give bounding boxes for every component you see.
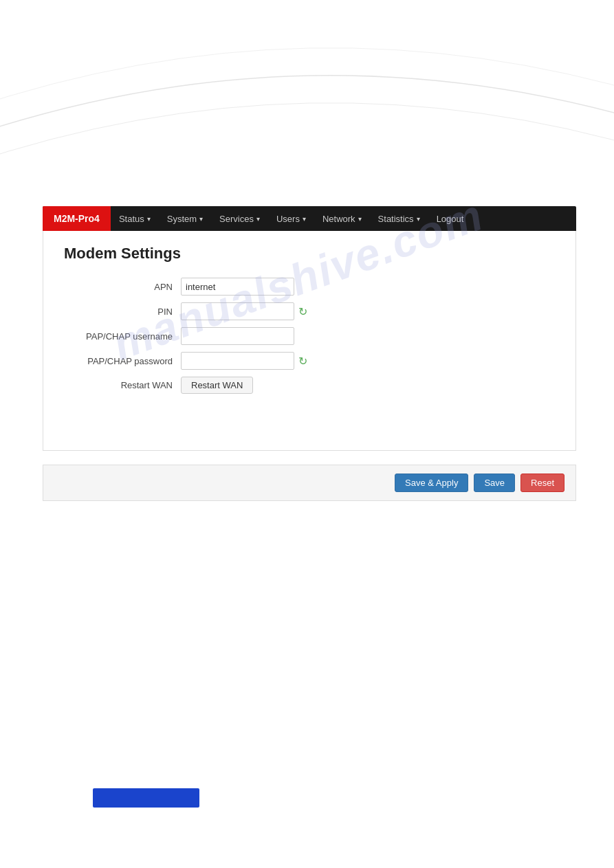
nav-items: Status ▾ System ▾ Services ▾ Users ▾ Net… bbox=[111, 206, 472, 231]
blue-decoration bbox=[93, 788, 199, 808]
chevron-down-icon: ▾ bbox=[417, 215, 420, 223]
apn-label: APN bbox=[64, 282, 181, 292]
nav-item-status[interactable]: Status ▾ bbox=[111, 206, 159, 231]
pap-chap-username-label: PAP/CHAP username bbox=[64, 331, 181, 342]
chevron-down-icon: ▾ bbox=[303, 215, 306, 223]
pap-chap-username-input[interactable] bbox=[181, 327, 294, 345]
pap-chap-username-input-wrap bbox=[181, 327, 294, 345]
save-apply-button[interactable]: Save & Apply bbox=[395, 474, 468, 492]
restart-wan-row: Restart WAN Restart WAN bbox=[64, 377, 555, 394]
pap-chap-password-input[interactable] bbox=[181, 352, 294, 370]
nav-item-logout[interactable]: Logout bbox=[428, 206, 472, 231]
save-button[interactable]: Save bbox=[474, 474, 515, 492]
pin-row: PIN ↻ bbox=[64, 302, 555, 320]
pap-chap-password-label: PAP/CHAP password bbox=[64, 356, 181, 366]
refresh-icon[interactable]: ↻ bbox=[298, 305, 307, 318]
apn-input-wrap bbox=[181, 278, 294, 296]
nav-item-statistics[interactable]: Statistics ▾ bbox=[370, 206, 428, 231]
brand-logo[interactable]: M2M-Pro4 bbox=[43, 206, 111, 231]
restart-wan-label: Restart WAN bbox=[64, 380, 181, 390]
restart-wan-button[interactable]: Restart WAN bbox=[181, 377, 253, 394]
pap-chap-username-row: PAP/CHAP username bbox=[64, 327, 555, 345]
pin-input[interactable] bbox=[181, 302, 294, 320]
reset-button[interactable]: Reset bbox=[520, 474, 564, 492]
page-title: Modem Settings bbox=[64, 245, 555, 263]
restart-wan-wrap: Restart WAN bbox=[181, 377, 253, 394]
nav-item-system[interactable]: System ▾ bbox=[159, 206, 211, 231]
navbar: M2M-Pro4 Status ▾ System ▾ Services ▾ Us… bbox=[43, 206, 576, 231]
nav-item-network[interactable]: Network ▾ bbox=[314, 206, 370, 231]
apn-input[interactable] bbox=[181, 278, 294, 296]
pap-chap-password-row: PAP/CHAP password ↻ bbox=[64, 352, 555, 370]
main-panel: Modem Settings APN PIN ↻ PAP/CHAP user bbox=[43, 231, 576, 451]
pin-label: PIN bbox=[64, 307, 181, 317]
pap-chap-password-input-wrap: ↻ bbox=[181, 352, 307, 370]
refresh-icon-password[interactable]: ↻ bbox=[298, 355, 307, 368]
footer-bar: Save & Apply Save Reset bbox=[43, 465, 576, 501]
apn-row: APN bbox=[64, 278, 555, 296]
modem-settings-form: APN PIN ↻ PAP/CHAP username bbox=[64, 278, 555, 394]
chevron-down-icon: ▾ bbox=[256, 215, 260, 223]
chevron-down-icon: ▾ bbox=[147, 215, 151, 223]
chevron-down-icon: ▾ bbox=[199, 215, 203, 223]
nav-item-services[interactable]: Services ▾ bbox=[211, 206, 268, 231]
nav-item-users[interactable]: Users ▾ bbox=[268, 206, 314, 231]
chevron-down-icon: ▾ bbox=[358, 215, 362, 223]
pin-input-wrap: ↻ bbox=[181, 302, 307, 320]
